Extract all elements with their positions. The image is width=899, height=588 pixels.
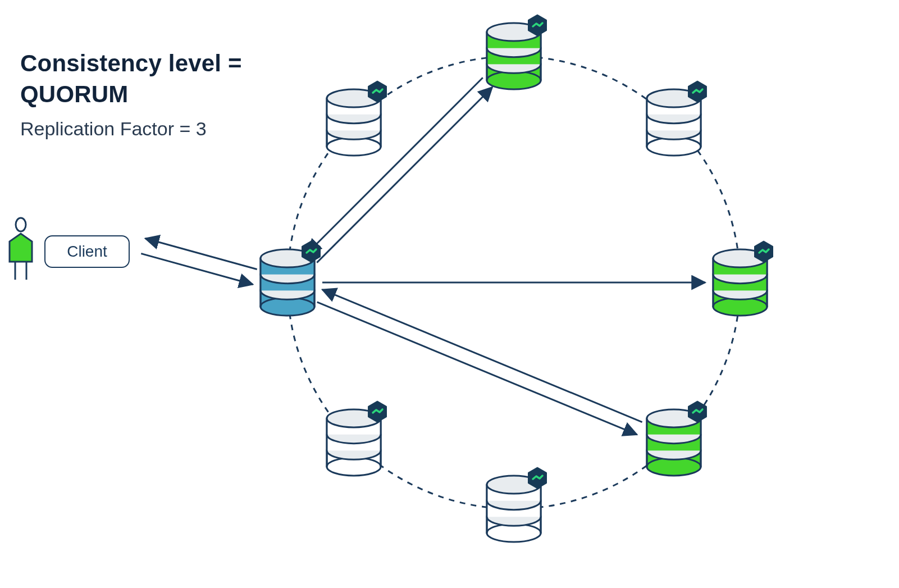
db-node-n_bl	[327, 401, 386, 476]
arrow	[322, 290, 642, 422]
client-figure	[10, 218, 32, 280]
subtitle: Replication Factor = 3	[20, 118, 207, 140]
db-node-n_tl	[327, 81, 386, 156]
db-node-n_br	[647, 401, 706, 476]
client-label-pill: Client	[44, 235, 130, 268]
arrow	[141, 254, 253, 285]
arrow	[145, 239, 257, 270]
db-node-n_top	[487, 15, 547, 89]
db-node-coord	[261, 241, 321, 316]
title-line-1: Consistency level =	[20, 50, 242, 76]
title: Consistency level = QUORUM	[20, 48, 242, 110]
diagram-stage: Consistency level = QUORUM Replication F…	[0, 0, 899, 588]
client-label-text: Client	[67, 243, 107, 261]
svg-point-72	[16, 218, 26, 231]
db-node-n_r	[713, 241, 773, 316]
db-node-n_b	[487, 467, 547, 542]
title-line-2: QUORUM	[20, 81, 129, 107]
db-node-n_tr	[647, 81, 706, 156]
